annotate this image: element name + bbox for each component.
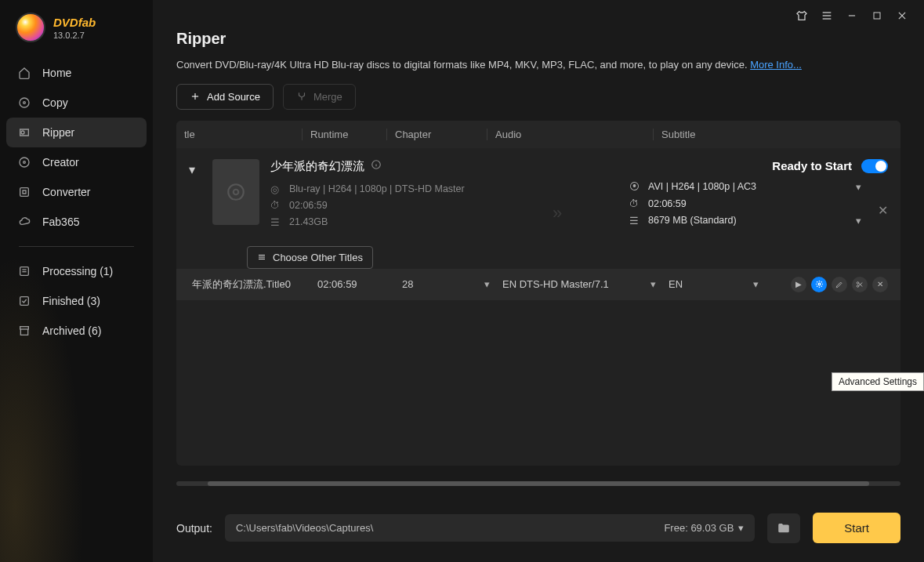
svg-rect-12: [20, 188, 29, 197]
chevron-down-icon[interactable]: ▾: [738, 522, 744, 534]
title-row[interactable]: 年派的奇幻漂流.Title0 02:06:59 28▾ EN DTS-HD Ma…: [176, 269, 900, 300]
sidebar-item-copy[interactable]: Copy: [6, 88, 147, 118]
choose-other-titles-button[interactable]: Choose Other Titles: [247, 246, 373, 269]
task-card: ▾ 少年派的奇幻漂流 ◎Blu-ray | H264 | 1080p | DTS…: [176, 148, 900, 238]
plus-icon: [190, 91, 201, 102]
browse-folder-button[interactable]: [767, 513, 800, 543]
format-icon: ⦿: [629, 181, 640, 192]
home-icon: [17, 66, 31, 80]
collapse-button[interactable]: ▾: [189, 159, 201, 227]
toolbar: Add Source Merge: [153, 84, 924, 121]
creator-icon: [17, 155, 31, 169]
converter-icon: [17, 185, 31, 199]
sidebar-item-archived[interactable]: Archived (6): [6, 316, 147, 346]
row-subtitle-select[interactable]: EN▾: [669, 278, 759, 290]
sidebar-item-creator[interactable]: Creator: [6, 147, 147, 177]
sidebar-item-label: Finished (3): [42, 295, 100, 307]
menu-icon[interactable]: [819, 8, 835, 24]
column-chapter: Chapter: [386, 129, 487, 140]
enable-toggle[interactable]: [861, 159, 888, 173]
sidebar-item-label: Processing (1): [42, 265, 113, 277]
row-audio-select[interactable]: EN DTS-HD Master/7.1▾: [496, 278, 662, 290]
svg-point-28: [818, 283, 821, 285]
clock-icon: ⏱: [629, 198, 640, 209]
output-spec: AVI | H264 | 1080p | AC3: [648, 181, 756, 192]
sidebar-item-label: Ripper: [42, 126, 74, 139]
column-audio: Audio: [487, 129, 653, 140]
more-info-link[interactable]: More Info...: [750, 59, 802, 71]
minimize-button[interactable]: [844, 8, 860, 24]
sidebar-item-label: Archived (6): [42, 325, 101, 337]
svg-point-30: [857, 285, 859, 287]
chevron-down-icon[interactable]: ▾: [856, 181, 888, 193]
merge-icon: [296, 91, 307, 102]
horizontal-scrollbar[interactable]: [176, 481, 900, 486]
svg-point-10: [20, 158, 29, 167]
skin-icon[interactable]: [794, 8, 810, 24]
logo-block: DVDfab 13.0.2.7: [0, 0, 153, 53]
row-chapter-select[interactable]: 28▾: [396, 278, 496, 290]
sidebar-item-processing[interactable]: Processing (1): [6, 256, 147, 286]
sidebar-item-label: Fab365: [42, 216, 79, 228]
sidebar-item-finished[interactable]: Finished (3): [6, 286, 147, 316]
maximize-button[interactable]: [869, 8, 885, 24]
list-icon: [257, 252, 266, 262]
remove-row-button[interactable]: ✕: [872, 277, 888, 292]
sidebar-item-label: Copy: [42, 96, 68, 109]
list-icon: [17, 264, 31, 278]
task-table: tle Runtime Chapter Audio Subtitle ▾ 少年派…: [176, 121, 900, 466]
advanced-settings-button[interactable]: [811, 277, 827, 292]
sidebar-item-ripper[interactable]: Ripper: [6, 118, 147, 147]
ripper-icon: [17, 125, 31, 140]
column-title: tle: [176, 129, 302, 140]
chevron-down-icon: ▾: [650, 278, 656, 290]
svg-rect-17: [20, 327, 29, 329]
app-name: DVDfab: [53, 16, 96, 29]
remove-task-button[interactable]: ✕: [878, 203, 888, 218]
add-source-button[interactable]: Add Source: [176, 84, 274, 110]
chevron-down-icon: ▾: [753, 278, 759, 290]
svg-point-20: [228, 184, 244, 200]
start-button[interactable]: Start: [813, 513, 900, 543]
sidebar-item-label: Home: [42, 67, 71, 79]
output-path: C:\Users\fab\Videos\Captures\: [236, 522, 373, 534]
chevron-down-icon: ▾: [484, 278, 490, 290]
main-panel: Ripper Convert DVD/Blu-ray/4K Ultra HD B…: [153, 0, 924, 562]
play-preview-button[interactable]: ▶: [791, 277, 806, 292]
source-spec: Blu-ray | H264 | 1080p | DTS-HD Master: [289, 183, 465, 194]
cloud-icon: [17, 215, 31, 229]
svg-line-31: [859, 283, 863, 286]
svg-point-21: [234, 189, 239, 194]
svg-point-8: [24, 102, 26, 104]
app-version: 13.0.2.7: [53, 31, 96, 40]
app-logo-icon: [16, 13, 45, 42]
output-size: 8679 MB (Standard): [648, 215, 737, 226]
merge-button[interactable]: Merge: [283, 84, 356, 110]
table-header: tle Runtime Chapter Audio Subtitle: [176, 121, 900, 148]
free-space: Free: 69.03 GB: [664, 522, 734, 534]
folder-icon: [777, 521, 791, 535]
svg-point-29: [857, 281, 859, 284]
disc-icon: [17, 96, 31, 110]
sidebar: DVDfab 13.0.2.7 Home Copy Ripper Creator…: [0, 0, 153, 562]
footer: Output: C:\Users\fab\Videos\Captures\ Fr…: [153, 502, 924, 562]
poster-placeholder: [212, 159, 259, 225]
trim-button[interactable]: [852, 277, 868, 292]
sidebar-item-fab365[interactable]: Fab365: [6, 207, 147, 237]
check-icon: [17, 294, 31, 308]
storage-icon: ☰: [629, 215, 640, 226]
info-icon[interactable]: [371, 159, 382, 173]
svg-point-7: [20, 98, 29, 107]
sidebar-divider: [19, 246, 134, 247]
sidebar-item-home[interactable]: Home: [6, 58, 147, 88]
sidebar-item-label: Creator: [42, 156, 79, 169]
svg-line-32: [859, 282, 863, 285]
svg-rect-4: [874, 13, 880, 19]
edit-button[interactable]: [832, 277, 847, 292]
scrollbar-thumb[interactable]: [208, 481, 869, 486]
arrow-right-icon: »: [553, 203, 562, 223]
sidebar-item-converter[interactable]: Converter: [6, 177, 147, 207]
svg-point-9: [21, 131, 24, 134]
output-path-field[interactable]: C:\Users\fab\Videos\Captures\ Free: 69.0…: [225, 514, 755, 542]
close-button[interactable]: [894, 8, 910, 24]
